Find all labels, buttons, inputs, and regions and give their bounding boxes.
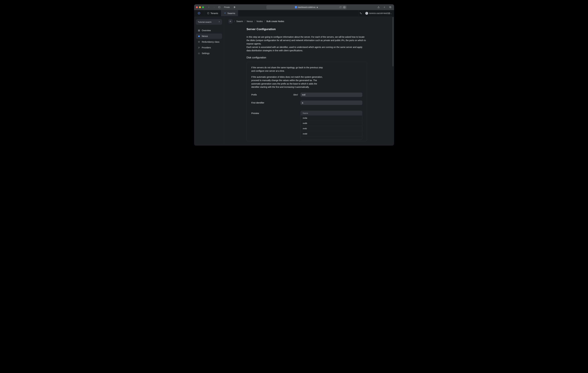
svg-point-18 [225, 12, 226, 13]
preview-label: Preview [251, 111, 270, 114]
breadcrumb-nexus[interactable]: Nexus [247, 20, 253, 22]
prefix-input[interactable] [301, 93, 362, 97]
close-window-button[interactable] [196, 6, 198, 8]
nav-forward-button[interactable] [212, 5, 216, 9]
tab-tenants[interactable]: Tenants [204, 10, 221, 16]
breadcrumb-nodes[interactable]: Nodes [256, 20, 263, 22]
preview-table: Name xvda xvdb xvdc xvdd [301, 111, 362, 140]
svg-rect-10 [390, 7, 391, 8]
fullscreen-window-button[interactable] [202, 6, 204, 8]
more-button[interactable] [343, 6, 346, 9]
minimize-window-button[interactable] [199, 6, 201, 8]
breadcrumb: / Swarm / Nexus / Nodes / Bulk create No… [228, 19, 391, 23]
svg-rect-21 [198, 30, 199, 30]
first-identifier-input[interactable] [301, 101, 362, 105]
sidebar: Tutorial-swarm Overview Nexus [194, 16, 224, 145]
show-sidebar-button[interactable] [218, 5, 221, 9]
svg-rect-11 [389, 7, 391, 8]
page-title: Server Configuration [247, 28, 367, 31]
disk-config-card: If the servers do not share the same top… [247, 62, 367, 141]
private-mode-badge: Private [223, 6, 231, 9]
brand-logo[interactable] [194, 10, 204, 16]
building-icon [207, 12, 209, 14]
tab-label: Tenants [211, 12, 218, 14]
share-button[interactable] [377, 5, 380, 9]
svg-point-20 [367, 13, 367, 13]
preview-table-row: xvdd [301, 131, 362, 136]
sidebar-item-label: Redundancy class [202, 41, 220, 43]
first-identifier-row: First identifier [251, 101, 362, 105]
svg-rect-12 [208, 12, 209, 14]
svg-rect-3 [317, 7, 318, 8]
svg-point-26 [198, 47, 199, 48]
url-bar[interactable]: dashboard.cubbit.eu [266, 5, 347, 9]
prefix-static: /dev/ [293, 93, 298, 96]
swarm-switcher-label: Tutorial-swarm [198, 21, 211, 23]
svg-point-28 [199, 53, 199, 54]
svg-rect-24 [199, 31, 200, 31]
browser-window: Private dashboard.cubbit.eu [194, 4, 394, 145]
main-content: / Swarm / Nexus / Nodes / Bulk create No… [224, 16, 394, 145]
prefix-label: Prefix [251, 93, 270, 96]
browser-titlebar: Private dashboard.cubbit.eu [194, 4, 394, 10]
sidebar-item-nexus[interactable]: Nexus [196, 33, 222, 39]
first-identifier-label: First identifier [251, 101, 270, 104]
sidebar-item-label: Providers [202, 46, 211, 49]
tab-label: Swarms [227, 12, 235, 14]
swarm-switcher[interactable]: Tutorial-swarm [196, 19, 222, 25]
hexagon-icon [198, 35, 200, 37]
chevron-right-icon [218, 21, 220, 23]
sidebar-item-settings[interactable]: Settings [196, 51, 222, 56]
gear-icon [198, 52, 200, 55]
layers-icon [198, 41, 200, 43]
window-controls [196, 6, 204, 8]
svg-rect-23 [198, 31, 199, 31]
svg-point-19 [225, 13, 225, 14]
preview-table-row-empty [301, 136, 362, 140]
language-button[interactable] [358, 10, 363, 16]
svg-point-27 [199, 47, 200, 48]
avatar-icon [365, 12, 368, 15]
preview-table-row: xvda [301, 115, 362, 121]
breadcrumb-back-button[interactable] [228, 19, 233, 23]
preview-table-header: Name [301, 111, 362, 115]
disk-config-title: Disk configuration [247, 56, 367, 59]
sidebar-item-providers[interactable]: Providers [196, 45, 222, 50]
app-topnav: Tenants Swarms lorenzo.cazzoli+test2@... [194, 10, 394, 16]
preview-table-row: xvdc [301, 126, 362, 131]
card-paragraph-1: If the servers do not share the same top… [251, 66, 324, 73]
user-label: lorenzo.cazzoli+test2@... [369, 12, 392, 14]
sidebar-item-label: Overview [202, 29, 211, 32]
breadcrumb-swarm[interactable]: Swarm [236, 20, 243, 22]
private-label: Private [224, 6, 230, 8]
sidebar-item-overview[interactable]: Overview [196, 28, 222, 33]
tab-swarms[interactable]: Swarms [221, 10, 238, 16]
svg-rect-22 [199, 30, 200, 30]
tabs-overview-button[interactable] [388, 5, 392, 9]
card-paragraph-2: If the automatic generation of disks doe… [251, 75, 324, 89]
theme-toggle-button[interactable] [232, 5, 236, 9]
sidebar-item-label: Settings [202, 52, 210, 55]
svg-point-17 [224, 13, 225, 13]
new-tab-button[interactable] [383, 5, 386, 9]
intro-paragraph: In this step we are going to configure i… [247, 35, 366, 52]
user-menu[interactable]: lorenzo.cazzoli+test2@... [363, 10, 394, 16]
svg-point-5 [344, 7, 345, 7]
lock-icon [316, 6, 318, 8]
preview-row: Preview Name xvda xvdb xvdc xvdd [251, 111, 362, 140]
preview-table-row: xvdb [301, 121, 362, 126]
grid-icon [198, 29, 200, 32]
svg-point-4 [344, 7, 344, 7]
reload-button[interactable] [339, 5, 342, 9]
cluster-icon [224, 12, 226, 14]
prefix-row: Prefix /dev/ [251, 93, 362, 97]
svg-marker-25 [198, 41, 200, 42]
sidebar-item-redundancy[interactable]: Redundancy class [196, 39, 222, 44]
breadcrumb-current: Bulk create Nodes [266, 20, 284, 22]
nav-back-button[interactable] [207, 5, 211, 9]
site-favicon-icon [295, 6, 297, 8]
svg-rect-0 [219, 7, 220, 8]
url-host: dashboard.cubbit.eu [298, 6, 315, 8]
sidebar-item-label: Nexus [202, 35, 208, 37]
users-icon [198, 46, 200, 49]
